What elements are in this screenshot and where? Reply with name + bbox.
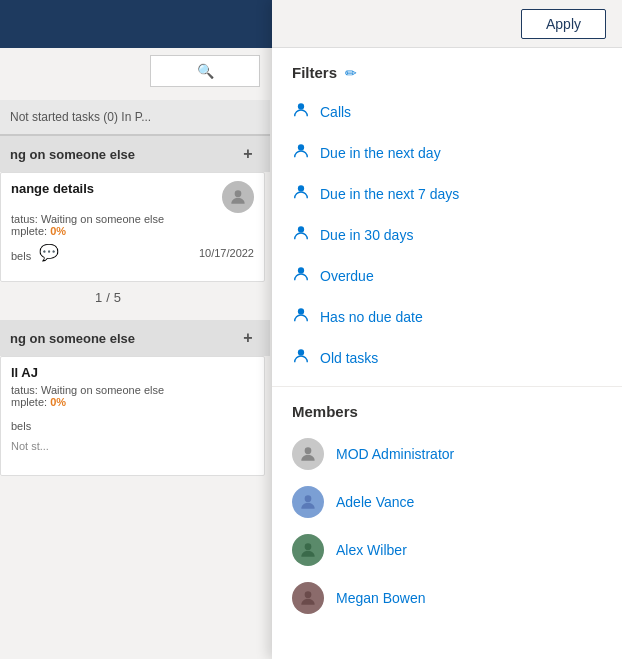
card1-complete: mplete: 0% (11, 225, 254, 237)
svg-point-8 (305, 447, 312, 454)
filter-items-list: Calls Due in the next day Due in the nex… (272, 91, 622, 378)
filters-title: Filters (292, 64, 337, 81)
card1-labels: bels (11, 250, 31, 262)
card2-complete: mplete: 0% (11, 396, 254, 408)
filter-due-next-7-days-label: Due in the next 7 days (320, 186, 459, 202)
overlay-panel: Apply Filters ✏ Calls Due in the next da… (272, 0, 622, 659)
card2-status: tatus: Waiting on someone else (11, 384, 254, 396)
filter-due-next-day-label: Due in the next day (320, 145, 441, 161)
pagination-separator: / (106, 290, 110, 305)
section2-header: ng on someone else + (0, 320, 270, 356)
filter-item-due-30-days[interactable]: Due in 30 days (272, 214, 622, 255)
member-megan-name: Megan Bowen (336, 590, 426, 606)
search-bar[interactable]: 🔍 (150, 55, 260, 87)
filters-header: Filters ✏ (272, 60, 622, 91)
filter-due-30-days-label: Due in 30 days (320, 227, 413, 243)
filter-item-calls[interactable]: Calls (272, 91, 622, 132)
filter-old-tasks-icon (292, 347, 310, 368)
overlay-content: Filters ✏ Calls Due in the next day (272, 48, 622, 659)
member-megan-avatar (292, 582, 324, 614)
section1-label: ng on someone else (10, 147, 236, 162)
svg-point-9 (305, 495, 312, 502)
svg-point-5 (298, 267, 304, 273)
member-item-adele-vance[interactable]: Adele Vance (272, 478, 622, 526)
svg-point-0 (235, 190, 242, 197)
filter-no-due-date-icon (292, 306, 310, 327)
overlay-top-bar: Apply (272, 0, 622, 48)
card2-labels: bels (11, 420, 31, 432)
filter-overdue-label: Overdue (320, 268, 374, 284)
filter-due-next-7-days-icon (292, 183, 310, 204)
filter-calls-icon (292, 101, 310, 122)
member-alex-avatar (292, 534, 324, 566)
section2-add-button[interactable]: + (236, 326, 260, 350)
filters-members-divider (272, 386, 622, 387)
filter-old-tasks-label: Old tasks (320, 350, 378, 366)
tasks-header-label: Not started tasks (0) In P... (10, 110, 151, 124)
members-header: Members (272, 395, 622, 430)
svg-point-1 (298, 103, 304, 109)
pagination-current: 1 (95, 290, 102, 305)
filter-calls-label: Calls (320, 104, 351, 120)
filter-item-no-due-date[interactable]: Has no due date (272, 296, 622, 337)
filter-item-overdue[interactable]: Overdue (272, 255, 622, 296)
pagination: 1 / 5 (95, 290, 121, 305)
member-mod-avatar (292, 438, 324, 470)
svg-point-11 (305, 591, 312, 598)
card1: nange details tatus: Waiting on someone … (0, 172, 265, 282)
filter-due-next-day-icon (292, 142, 310, 163)
card1-comment-icon: 💬 (39, 243, 59, 262)
filter-overdue-icon (292, 265, 310, 286)
svg-point-6 (298, 308, 304, 314)
svg-point-2 (298, 144, 304, 150)
svg-point-10 (305, 543, 312, 550)
member-item-megan-bowen[interactable]: Megan Bowen (272, 574, 622, 622)
card1-status: tatus: Waiting on someone else (11, 213, 254, 225)
card1-date: 10/17/2022 (199, 247, 254, 259)
filter-item-due-next-7-days[interactable]: Due in the next 7 days (272, 173, 622, 214)
member-adele-avatar (292, 486, 324, 518)
member-mod-name: MOD Administrator (336, 446, 454, 462)
tasks-header: Not started tasks (0) In P... (0, 100, 270, 136)
svg-point-4 (298, 226, 304, 232)
card1-title: nange details (11, 181, 94, 196)
search-icon: 🔍 (197, 63, 214, 79)
member-alex-name: Alex Wilber (336, 542, 407, 558)
card2-bottom: Not st... (11, 440, 254, 452)
filter-item-due-next-day[interactable]: Due in the next day (272, 132, 622, 173)
card2-footer: bels (11, 414, 254, 432)
card2-title: ll AJ (11, 365, 254, 380)
card2: ll AJ tatus: Waiting on someone else mpl… (0, 356, 265, 476)
apply-button[interactable]: Apply (521, 9, 606, 39)
edit-filters-icon[interactable]: ✏ (345, 65, 357, 81)
pagination-total: 5 (114, 290, 121, 305)
svg-point-7 (298, 349, 304, 355)
members-title: Members (292, 403, 358, 420)
member-item-alex-wilber[interactable]: Alex Wilber (272, 526, 622, 574)
section1-add-button[interactable]: + (236, 142, 260, 166)
member-item-mod-admin[interactable]: MOD Administrator (272, 430, 622, 478)
section2-label: ng on someone else (10, 331, 236, 346)
filter-no-due-date-label: Has no due date (320, 309, 423, 325)
svg-point-3 (298, 185, 304, 191)
card1-avatar (222, 181, 254, 213)
section1-header: ng on someone else + (0, 136, 270, 172)
filter-item-old-tasks[interactable]: Old tasks (272, 337, 622, 378)
filter-due-30-days-icon (292, 224, 310, 245)
members-list: MOD Administrator Adele Vance Alex Wilbe… (272, 430, 622, 622)
card1-footer: bels 💬 10/17/2022 (11, 243, 254, 262)
member-adele-name: Adele Vance (336, 494, 414, 510)
